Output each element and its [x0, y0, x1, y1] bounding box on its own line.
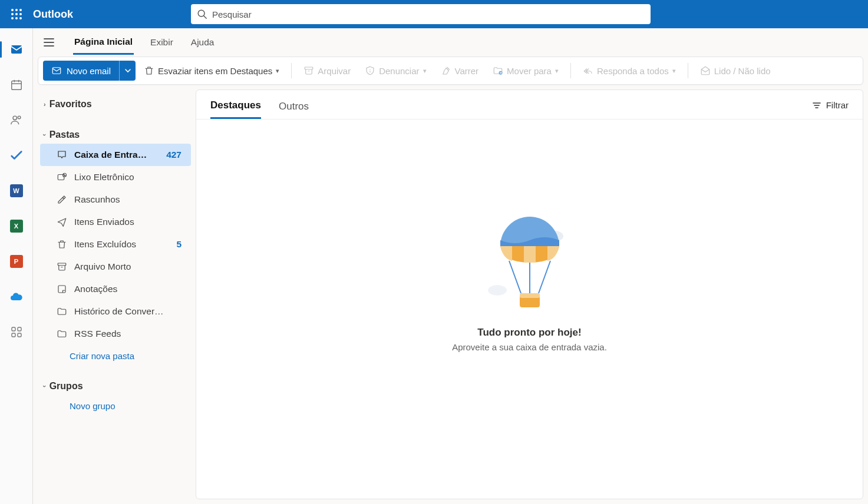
new-group-link[interactable]: Novo grupo	[38, 395, 193, 417]
read-unread-button: Lido / Não lido	[694, 62, 777, 79]
tab-help[interactable]: Ajuda	[190, 31, 216, 54]
divider	[688, 63, 688, 78]
mail-icon	[9, 42, 24, 57]
folder-inbox[interactable]: Caixa de Entra… 427	[40, 144, 191, 166]
folder-rss-label: RSS Feeds	[74, 329, 121, 339]
filter-button[interactable]: Filtrar	[812, 100, 849, 115]
search-box[interactable]	[191, 4, 651, 24]
svg-line-10	[204, 16, 206, 18]
svg-point-8	[19, 17, 22, 19]
rail-onedrive[interactable]	[7, 287, 26, 306]
svg-point-2	[19, 9, 22, 11]
apps-grid-icon	[11, 326, 22, 338]
section-favorites[interactable]: › Favoritos	[38, 93, 193, 113]
calendar-icon	[10, 78, 23, 91]
folder-rss[interactable]: RSS Feeds	[40, 323, 191, 345]
svg-point-9	[198, 10, 204, 16]
send-icon	[57, 217, 67, 227]
app-rail: W X P	[0, 28, 33, 504]
folder-sent[interactable]: Itens Enviados	[40, 211, 191, 233]
svg-rect-25	[52, 68, 61, 74]
folder-drafts[interactable]: Rascunhos	[40, 188, 191, 211]
folder-deleted-label: Itens Excluídos	[74, 239, 136, 250]
filter-label: Filtrar	[826, 100, 849, 110]
folder-deleted[interactable]: Itens Excluídos 5	[40, 233, 191, 256]
svg-line-42	[539, 261, 550, 293]
tab-view[interactable]: Exibir	[149, 31, 174, 54]
svg-rect-20	[12, 333, 15, 337]
folder-move-icon	[493, 65, 503, 76]
word-icon: W	[10, 184, 23, 197]
sweep-label: Varrer	[455, 66, 479, 76]
rail-more-apps[interactable]	[7, 323, 26, 341]
svg-point-6	[11, 17, 14, 19]
section-folders[interactable]: › Pastas	[38, 124, 193, 144]
create-folder-link[interactable]: Criar nova pasta	[38, 345, 193, 367]
folder-sent-label: Itens Enviados	[74, 217, 134, 227]
tab-home[interactable]: Página Inicial	[73, 31, 134, 55]
chevron-down-icon: ›	[41, 134, 48, 136]
folder-notes[interactable]: Anotações	[40, 278, 191, 300]
archive-button: Arquivar	[298, 62, 357, 79]
rail-mail[interactable]	[7, 40, 26, 59]
folder-inbox-label: Caixa de Entra…	[74, 150, 147, 160]
section-groups[interactable]: › Grupos	[38, 375, 193, 395]
shield-icon	[365, 65, 375, 76]
svg-point-16	[13, 116, 16, 120]
folder-junk[interactable]: Lixo Eletrônico	[40, 166, 191, 188]
divider	[291, 63, 292, 78]
report-button: Denunciar ▾	[359, 62, 432, 79]
new-email-button[interactable]: Novo email	[43, 61, 119, 81]
svg-rect-19	[18, 327, 21, 331]
tab-other[interactable]: Outros	[279, 97, 309, 118]
rail-word[interactable]: W	[7, 181, 26, 200]
search-icon	[197, 9, 207, 19]
tab-focused[interactable]: Destaques	[210, 96, 261, 119]
archive-icon	[57, 261, 67, 272]
reply-all-label: Responda a todos	[597, 66, 669, 76]
drafts-icon	[57, 194, 67, 205]
rail-people[interactable]	[7, 111, 26, 130]
rail-todo[interactable]	[7, 146, 26, 165]
nav-toggle-button[interactable]	[40, 37, 58, 48]
rail-excel[interactable]: X	[7, 217, 26, 236]
folder-archive[interactable]: Arquivo Morto	[40, 256, 191, 278]
chevron-down-icon: ›	[41, 385, 48, 387]
folder-nav: › Favoritos › Pastas Caixa de Entra… 427…	[38, 89, 196, 499]
folder-history-label: Histórico de Conver…	[74, 306, 164, 317]
svg-point-3	[11, 13, 14, 15]
svg-rect-26	[305, 67, 313, 69]
hamburger-icon	[43, 37, 55, 48]
powerpoint-icon: P	[10, 255, 23, 268]
app-launcher-button[interactable]	[5, 2, 28, 26]
app-topbar: Outlook	[0, 0, 868, 28]
cloud-icon	[9, 290, 24, 304]
new-email-split-button: Novo email	[43, 61, 136, 81]
svg-rect-11	[11, 45, 22, 54]
sweep-button: Varrer	[435, 62, 485, 79]
command-bar: Novo email Esvaziar itens em Destaques ▾…	[38, 57, 863, 85]
folder-icon	[57, 329, 67, 339]
empty-subtitle: Aproveite a sua caixa de entrada vazia.	[452, 342, 607, 352]
report-label: Denunciar	[379, 66, 419, 76]
section-folders-label: Pastas	[49, 130, 80, 140]
search-input[interactable]	[212, 9, 645, 19]
ribbon-tabs: Página Inicial Exibir Ajuda	[33, 28, 868, 57]
empty-state: Tudo pronto por hoje! Aproveite a sua ca…	[196, 120, 863, 499]
rail-powerpoint[interactable]: P	[7, 252, 26, 271]
svg-point-27	[369, 69, 371, 71]
folder-icon	[57, 306, 67, 317]
divider	[570, 63, 571, 78]
folder-history[interactable]: Histórico de Conver…	[40, 300, 191, 323]
svg-point-0	[11, 9, 14, 11]
new-email-dropdown[interactable]	[119, 61, 136, 81]
empty-focused-button[interactable]: Esvaziar itens em Destaques ▾	[138, 62, 285, 79]
move-to-label: Mover para	[507, 66, 552, 76]
mail-open-icon	[700, 65, 711, 76]
folder-junk-label: Lixo Eletrônico	[74, 172, 134, 183]
rail-calendar[interactable]	[7, 75, 26, 94]
balloon-illustration	[486, 214, 574, 314]
waffle-icon	[11, 9, 22, 19]
note-icon	[57, 284, 67, 294]
svg-rect-12	[11, 81, 21, 90]
